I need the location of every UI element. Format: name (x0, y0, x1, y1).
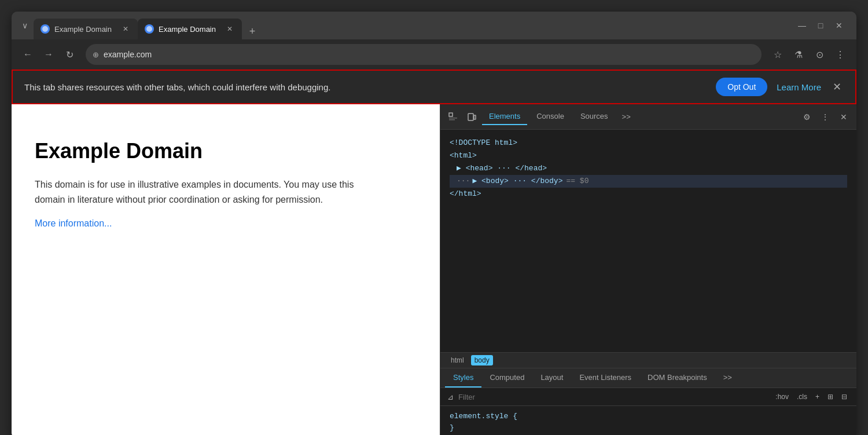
bookmark-button[interactable]: ☆ (768, 45, 787, 64)
devtools-tab-console[interactable]: Console (529, 108, 571, 125)
element-style-snippet: element.style { } (440, 406, 856, 435)
address-text: example.com (104, 50, 755, 59)
tab-2-close[interactable]: ✕ (225, 24, 235, 34)
title-bar: ∨ Example Domain ✕ Example Domain ✕ + — … (12, 12, 856, 39)
back-button[interactable]: ← (19, 45, 37, 64)
devtools-close-button[interactable]: ✕ (836, 109, 852, 125)
svg-rect-1 (449, 118, 457, 119)
window-controls-left: ∨ (16, 19, 34, 32)
element-style-open: element.style { (450, 411, 847, 422)
address-bar[interactable]: ⊕ example.com (86, 44, 762, 65)
copy-button[interactable]: ⊞ (825, 392, 836, 402)
menu-button[interactable]: ⋮ (831, 45, 849, 64)
styles-tab-styles[interactable]: Styles (445, 368, 481, 388)
breadcrumb-html[interactable]: html (447, 355, 468, 365)
tab-1-title: Example Domain (54, 25, 116, 34)
devtools-toolbar: Elements Console Sources >> ⚙ ⋮ ✕ (440, 104, 856, 130)
svg-rect-4 (474, 115, 476, 119)
filter-bar: ⊿ :hov .cls + ⊞ ⊟ (440, 388, 856, 406)
element-style-close: } (450, 422, 847, 434)
forward-button[interactable]: → (39, 45, 58, 64)
window-controls-right: — □ ✕ (789, 20, 852, 31)
page-content: Example Domain This domain is for use in… (12, 104, 440, 435)
learn-more-link[interactable]: Learn More (777, 82, 821, 92)
hov-button[interactable]: :hov (773, 392, 791, 402)
info-banner: This tab shares resources with other tab… (12, 70, 856, 104)
styles-tab-layout[interactable]: Layout (532, 368, 571, 388)
nav-actions: ☆ ⚗ ⊙ ⋮ (768, 45, 849, 64)
labs-button[interactable]: ⚗ (789, 45, 808, 64)
tab-1[interactable]: Example Domain ✕ (34, 19, 138, 39)
html-close-line: </html> (450, 188, 847, 200)
filter-icon: ⊿ (447, 393, 454, 401)
page-title: Example Domain (35, 139, 417, 163)
more-information-link[interactable]: More information... (35, 218, 112, 228)
opt-out-button[interactable]: Opt Out (716, 78, 767, 96)
lock-icon: ⊕ (93, 50, 99, 59)
styles-tab-event-listeners[interactable]: Event Listeners (571, 368, 639, 388)
svg-rect-0 (449, 113, 453, 116)
styles-tab-more[interactable]: >> (715, 368, 740, 388)
inspect-element-button[interactable] (445, 109, 461, 125)
tab-list-chevron[interactable]: ∨ (19, 19, 31, 32)
html-tree: <!DOCTYPE html> <html> ▶ <head> ··· </he… (440, 130, 856, 352)
devtools-tab-sources[interactable]: Sources (573, 108, 615, 125)
head-line[interactable]: ▶ <head> ··· </head> (450, 162, 847, 175)
close-button[interactable]: ✕ (833, 20, 845, 31)
devtools-more-tabs[interactable]: >> (617, 109, 635, 125)
breadcrumb-bar: html body (440, 352, 856, 368)
cls-button[interactable]: .cls (795, 392, 810, 402)
devtools-menu-button[interactable]: ⋮ (817, 109, 833, 125)
banner-message: This tab shares resources with other tab… (24, 82, 707, 92)
body-line[interactable]: ··· ▶ <body> ··· </body> == $0 (450, 175, 847, 188)
html-open-line: <html> (450, 149, 847, 162)
breadcrumb-body[interactable]: body (471, 355, 493, 365)
styles-tab-computed[interactable]: Computed (481, 368, 532, 388)
tabs-area: Example Domain ✕ Example Domain ✕ + (34, 12, 789, 39)
new-tab-button[interactable]: + (244, 23, 260, 39)
toggle-button[interactable]: ⊟ (839, 392, 849, 402)
tab-1-favicon (41, 24, 50, 34)
devtools-settings-button[interactable]: ⚙ (799, 109, 815, 125)
styles-tabs: Styles Computed Layout Event Listeners D… (440, 368, 856, 388)
banner-close-button[interactable]: ✕ (830, 81, 844, 93)
svg-rect-2 (449, 119, 455, 120)
minimize-button[interactable]: — (796, 20, 808, 31)
device-toggle-button[interactable] (464, 109, 480, 125)
tab-2-favicon (145, 24, 154, 34)
doctype-line: <!DOCTYPE html> (450, 137, 847, 149)
refresh-button[interactable]: ↻ (60, 45, 79, 64)
tab-2[interactable]: Example Domain ✕ (138, 19, 242, 39)
devtools-tab-elements[interactable]: Elements (482, 108, 527, 125)
content-area: Example Domain This domain is for use in… (12, 104, 856, 435)
filter-actions: :hov .cls + ⊞ ⊟ (773, 392, 849, 402)
styles-tab-dom-breakpoints[interactable]: DOM Breakpoints (639, 368, 715, 388)
nav-bar: ← → ↻ ⊕ example.com ☆ ⚗ ⊙ ⋮ (12, 39, 856, 70)
filter-input[interactable] (458, 393, 768, 401)
add-style-button[interactable]: + (813, 392, 822, 402)
svg-rect-3 (468, 114, 473, 120)
tab-2-title: Example Domain (159, 25, 220, 34)
tab-1-close[interactable]: ✕ (120, 24, 131, 34)
maximize-button[interactable]: □ (815, 20, 826, 31)
devtools-panel: Elements Console Sources >> ⚙ ⋮ ✕ <!DOCT… (440, 104, 856, 435)
browser-window: ∨ Example Domain ✕ Example Domain ✕ + — … (12, 12, 856, 435)
profile-button[interactable]: ⊙ (810, 45, 829, 64)
page-body: This domain is for use in illustrative e… (35, 177, 359, 207)
